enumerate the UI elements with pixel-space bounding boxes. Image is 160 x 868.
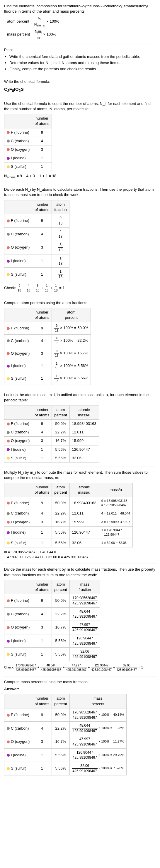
el-o-3: O (oxygen) [4, 347, 32, 360]
table-row: F (fluorine) 9 50.0% 170.985628467425.99… [4, 708, 127, 722]
mp-i-7: 126.90447425.991098467 × 100% = 29.79% [70, 748, 127, 762]
table-row: S (sulfur) 1 [4, 162, 52, 171]
val-i-1: 1 [32, 154, 52, 162]
ap-o-3: 318 × 100% = 16.7% [52, 347, 91, 360]
page: Find the elemental composition for tetra… [0, 0, 160, 783]
dot-s-6 [7, 653, 10, 656]
col-h-am-5: atomicmass/u [70, 483, 99, 497]
col-header-num-atoms-1: numberof atoms [32, 114, 52, 128]
n-o-4: 3 [32, 437, 52, 445]
ap-i-5: 5.56% [52, 526, 70, 538]
n-i-5: 1 [32, 526, 52, 538]
compute-mass-percent-label: Compute mass percents using the mass fra… [4, 679, 156, 685]
frac-f-2: 918 [52, 214, 70, 227]
n-s-6: 1 [32, 648, 52, 661]
chemical-formula: C2F8IO2S [4, 86, 156, 94]
ap-c-5: 22.2% [52, 509, 70, 518]
n-c-2: 4 [32, 227, 52, 241]
table-atoms-count: numberof atoms F (fluorine) 9 C (carbon)… [4, 114, 52, 171]
mass-o-5: 3 × 15.999 = 47.997 [99, 518, 132, 526]
n-c-6: 4 [32, 608, 52, 621]
n-i-7: 1 [32, 748, 52, 762]
el-o-6: O (oxygen) [4, 621, 32, 634]
plan-list: Write the chemical formula and gather at… [4, 54, 156, 72]
col-h-el-5 [4, 483, 32, 497]
el-i-5: I (iodine) [4, 526, 32, 538]
n-s-2: 1 [32, 268, 52, 281]
mass-c-5: 4 × 12.011 = 48.044 [99, 509, 132, 518]
el-o-2: O (oxygen) [4, 241, 32, 254]
col-h-n-4: numberof atoms [32, 405, 52, 419]
col-h-ap-5: atompercent [52, 483, 70, 497]
ap-i-7: 5.56% [52, 748, 70, 762]
count-atoms-section: Use the chemical formula to count the nu… [4, 101, 156, 180]
el-i-2: I (iodine) [4, 254, 32, 268]
dot-o-4 [7, 440, 10, 442]
el-s-6: S (sulfur) [4, 648, 32, 661]
col-h-mass-5: mass/u [99, 483, 132, 497]
col-h-n-2: numberof atoms [32, 200, 52, 214]
col-h-n-3: numberof atoms [32, 308, 52, 322]
el-i-6: I (iodine) [4, 634, 32, 648]
ap-c-4: 22.2% [52, 428, 70, 437]
n-c-5: 4 [32, 509, 52, 518]
n-i-6: 1 [32, 634, 52, 648]
table-row: S (sulfur) 1 118 × 100% = 5.56% [4, 372, 91, 385]
table-row: O (oxygen) 3 318 [4, 241, 70, 254]
col-h-ap-3: atompercent [52, 308, 91, 322]
intro-text: Find the elemental composition for tetra… [4, 3, 156, 14]
el-o-4: O (oxygen) [4, 437, 32, 445]
table-row: C (carbon) 4 22.2% 12.011 [4, 428, 99, 437]
m-equation: m = 170.985628467 u + 48.044 u + 47.997 … [4, 550, 156, 560]
ap-f-4: 50.0% [52, 419, 70, 428]
dot-f-3 [7, 327, 10, 330]
col-h-ap-7: atompercent [52, 694, 70, 708]
n-o-6: 3 [32, 621, 52, 634]
am-f-5: 18.998403163 [70, 497, 99, 509]
table-row: F (fluorine) 9 [4, 128, 52, 136]
table-row: O (oxygen) 3 [4, 145, 52, 154]
col-h-el-7 [4, 694, 32, 708]
el-s-2: S (sulfur) [4, 268, 32, 281]
frac-i-2: 118 [52, 254, 70, 268]
ap-i-6: 5.56% [52, 634, 70, 648]
el-s-5: S (sulfur) [4, 538, 32, 547]
dot-i-4 [7, 448, 10, 451]
col-h-ap-4: atompercent [52, 405, 70, 419]
table-row: C (carbon) 4 22.2% 48.044425.991098467 ×… [4, 722, 127, 735]
check-2: Check: 170.985628467425.991098467 + 48.0… [4, 663, 156, 672]
mf-o-6: 47.997425.991098467 [70, 621, 100, 634]
ap-o-4: 16.7% [52, 437, 70, 445]
ap-c-7: 22.2% [52, 722, 70, 735]
multiply-text: Multiply N_i by m_i to compute the mass … [4, 470, 156, 480]
ap-o-7: 16.7% [52, 735, 70, 749]
dot-f-6 [7, 599, 10, 602]
n-s-7: 1 [32, 762, 52, 775]
mp-c-7: 48.044425.991098467 × 100% = 11.28% [70, 722, 127, 735]
el-i-7: I (iodine) [4, 748, 32, 762]
ap-s-5: 5.56% [52, 538, 70, 547]
val-f-1: 9 [32, 128, 52, 136]
el-o-5: O (oxygen) [4, 518, 32, 526]
table-row: S (sulfur) 1 5.56% 32.06 [4, 454, 99, 462]
frac-c-2: 418 [52, 227, 70, 241]
n-i-4: 1 [32, 445, 52, 454]
dot-o-7 [7, 741, 10, 743]
ap-c-6: 22.2% [52, 608, 70, 621]
am-i-4: 126.90447 [70, 445, 99, 454]
dot-o-1 [7, 148, 10, 151]
col-h-af-2: atomfraction [52, 200, 70, 214]
table-row: I (iodine) 1 5.56% 126.90447425.99109846… [4, 748, 127, 762]
n-o-3: 3 [32, 347, 52, 360]
dot-s-2 [7, 273, 10, 276]
ap-s-6: 5.56% [52, 648, 70, 661]
frac-o-2: 318 [52, 241, 70, 254]
n-s-4: 1 [32, 454, 52, 462]
dot-i-6 [7, 640, 10, 643]
n-o-2: 3 [32, 241, 52, 254]
dot-c-4 [7, 431, 10, 434]
table-row: C (carbon) 4 418 [4, 227, 70, 241]
table-row: F (fluorine) 9 50.0% 170.985628467425.99… [4, 594, 100, 608]
el-c-6: C (carbon) [4, 608, 32, 621]
dot-c-2 [7, 233, 10, 236]
